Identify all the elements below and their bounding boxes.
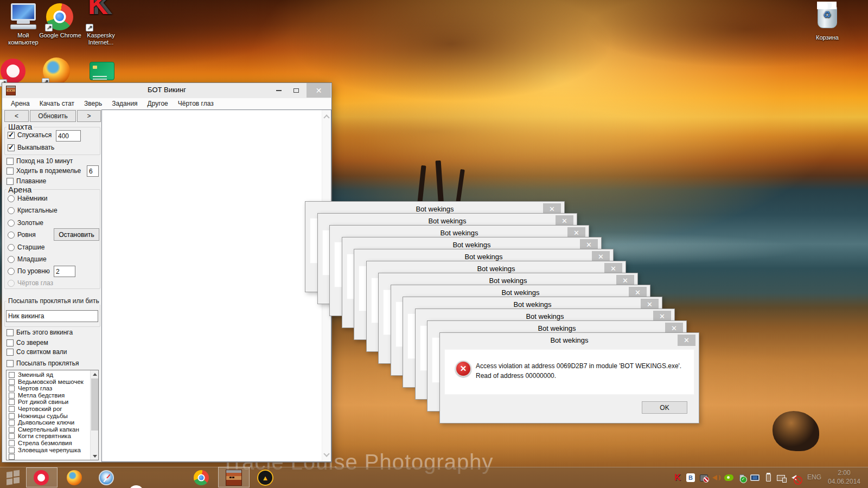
solo-checkbox-2[interactable] [7, 178, 14, 185]
tray-kaspersky-icon[interactable]: K [673, 473, 682, 483]
arena-radio-0[interactable] [8, 195, 15, 202]
curse-item-checkbox[interactable] [9, 447, 15, 453]
close-icon: ✕ [647, 300, 653, 309]
taskbar-opera-icon[interactable] [34, 470, 49, 485]
dialog-ok-button[interactable]: OK [642, 401, 687, 414]
tray-nvidia-icon[interactable] [724, 473, 733, 483]
tray-vk-icon[interactable]: B [686, 473, 695, 483]
menu-item-3[interactable]: Задания [107, 99, 142, 108]
curse-item-checkbox[interactable] [9, 433, 15, 439]
solo-check-label: Поход на 10 минут [16, 157, 73, 165]
maximize-icon [293, 88, 299, 93]
curse-item-checkbox[interactable] [9, 372, 15, 378]
curse-item-checkbox[interactable] [9, 399, 15, 405]
solo-checkbox-1[interactable] [7, 168, 14, 175]
menu-item-2[interactable]: Зверь [80, 99, 106, 108]
tray-network-icon[interactable] [776, 473, 786, 483]
dialog-close-button[interactable]: ✕ [678, 335, 695, 346]
curse-item-checkbox[interactable] [9, 454, 15, 460]
tray-volume-icon[interactable] [711, 473, 721, 483]
curse-item-checkbox[interactable] [9, 406, 15, 412]
menu-item-4[interactable]: Другое [143, 99, 173, 108]
list-scrollbar[interactable] [90, 370, 98, 460]
opera-icon: ↗ [1, 59, 29, 86]
scroll-down-icon[interactable] [323, 451, 329, 457]
tray-volume-muted-icon[interactable] [789, 473, 799, 483]
curse-item-checkbox[interactable] [9, 440, 15, 446]
fight-checkbox-0[interactable] [7, 329, 14, 336]
scroll-down-icon[interactable] [91, 452, 99, 460]
fight-checkbox-1[interactable] [7, 339, 14, 346]
dungeon-count-input[interactable] [87, 165, 99, 177]
menu-item-1[interactable]: Качать стат [35, 99, 79, 108]
arena-radio-3[interactable] [8, 232, 15, 239]
desktop-icon-recycle-bin[interactable]: ♻ Корзина [804, 5, 851, 41]
dialog-body: ✕ Access violation at address 0069D2B7 i… [444, 349, 694, 395]
arena-radio-2[interactable] [8, 220, 15, 227]
fight-checkbox-3[interactable] [7, 360, 14, 367]
tray-usb-icon[interactable] [737, 473, 746, 483]
log-area [101, 110, 331, 462]
close-icon: ✕ [610, 265, 616, 273]
close-button[interactable]: ✕ [307, 83, 331, 98]
taskbar-safari-icon[interactable] [99, 470, 114, 485]
dialog-title: Bot wekings [330, 229, 589, 237]
tray-display-icon[interactable] [750, 473, 760, 483]
solo-check-label: Плавание [16, 177, 46, 185]
level-input[interactable] [54, 266, 75, 277]
next-button[interactable]: > [77, 110, 101, 122]
viking-nick-input[interactable] [6, 310, 98, 322]
window-titlebar[interactable]: БОТ Викинг ✕ [2, 83, 331, 98]
close-icon: ✕ [635, 288, 641, 297]
arena-radio-label: Ровня [17, 231, 36, 239]
taskbar-firefox-icon[interactable] [67, 470, 82, 485]
curse-item-label: Змеиный яд [18, 371, 53, 378]
taskbar-chrome-icon[interactable] [194, 470, 209, 485]
curse-item-checkbox[interactable] [9, 413, 15, 419]
curse-item-label: Чертовский рог [18, 406, 62, 412]
menu-item-5[interactable]: Чёртов глаз [174, 99, 218, 108]
arena-radio-4[interactable] [8, 244, 15, 251]
close-icon: ✕ [549, 205, 555, 213]
tray-remote-blocked-icon[interactable] [699, 473, 709, 483]
by-level-radio[interactable] [8, 268, 15, 275]
arena-radio-1[interactable] [8, 207, 15, 214]
error-dialog-11: Bot wekings ✕ ✕ Access violation at addr… [439, 332, 699, 423]
arena-radio-5[interactable] [8, 256, 15, 263]
curse-item-checkbox[interactable] [9, 386, 15, 391]
curse-list-item[interactable] [8, 454, 89, 460]
scroll-up-icon[interactable] [91, 370, 99, 378]
taskbar-bot-viking-icon[interactable] [226, 470, 242, 486]
fight-checkbox-2[interactable] [7, 349, 14, 356]
taskbar-daemon-tools-icon[interactable]: ▲ [257, 470, 273, 486]
dig-checkbox[interactable] [8, 144, 15, 151]
close-icon: ✕ [316, 86, 322, 95]
arena-group-title: Арена [7, 185, 33, 194]
prev-button[interactable]: < [4, 110, 29, 122]
list-scroll-thumb[interactable] [91, 378, 98, 431]
tray-power-icon[interactable] [763, 473, 773, 483]
descend-depth-input[interactable] [56, 130, 81, 142]
refresh-button[interactable]: Обновить [30, 110, 76, 122]
curse-item-checkbox[interactable] [9, 427, 15, 433]
solo-checkbox-0[interactable] [7, 158, 14, 165]
desktop-icon-google-chrome[interactable]: ↗ Google Chrome [37, 3, 84, 39]
minimize-button[interactable] [272, 83, 286, 98]
stop-button[interactable]: Остановить [54, 228, 99, 241]
close-icon: ✕ [659, 312, 665, 320]
dialog-title: Bot wekings [427, 324, 686, 332]
menu-item-0[interactable]: Арена [7, 99, 34, 108]
curse-item-checkbox[interactable] [9, 393, 15, 399]
descend-checkbox[interactable] [8, 132, 15, 139]
curse-item-label: Метла бедствия [18, 392, 65, 399]
desktop-icon-kaspersky[interactable]: KK ↗ Kaspersky Internet... [78, 3, 124, 46]
curse-item-checkbox[interactable] [9, 379, 15, 385]
fight-check-label: Посылать проклятья [16, 359, 79, 367]
curse-item-checkbox[interactable] [9, 420, 15, 426]
dialog-title: Bot wekings [305, 205, 564, 213]
close-icon: ✕ [622, 277, 628, 285]
devil-eye-label: Чёртов глаз [17, 279, 53, 287]
scroll-up-icon[interactable] [323, 114, 329, 120]
desktop-screen: Tracie Louise Photography Мой компьютер … [0, 0, 868, 488]
maximize-button[interactable] [289, 83, 303, 98]
